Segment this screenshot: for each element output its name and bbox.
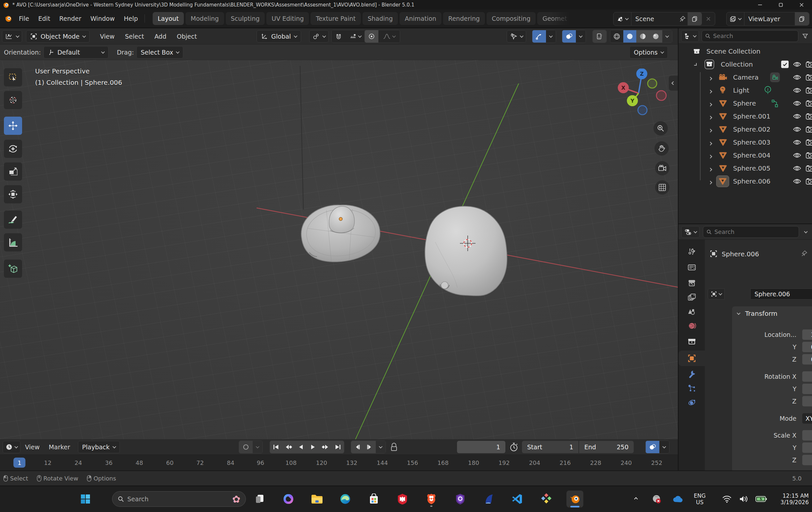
chevron-down-icon[interactable] xyxy=(694,63,697,66)
overlays-dropdown[interactable] xyxy=(576,30,586,42)
tab-modifiers[interactable] xyxy=(678,366,705,382)
collection-checkbox[interactable] xyxy=(781,61,789,68)
rotation-y-field[interactable]: 0° xyxy=(802,384,812,394)
tab-geometry-nodes[interactable]: Geomet xyxy=(537,12,572,25)
tab-rendering[interactable]: Rendering xyxy=(443,12,485,25)
eye-icon[interactable] xyxy=(793,165,801,171)
render-visibility-icon[interactable] xyxy=(806,139,812,146)
blender-taskbar-button[interactable] xyxy=(567,490,583,508)
outliner-item-label[interactable]: Sphere.003 xyxy=(733,138,771,146)
render-visibility-icon[interactable] xyxy=(806,100,812,107)
eye-icon[interactable] xyxy=(793,178,801,184)
zoom-button[interactable] xyxy=(654,121,668,136)
gizmo-neg-y-axis[interactable] xyxy=(648,79,657,88)
use-preview-range-button[interactable] xyxy=(509,442,518,452)
outliner-row-camera[interactable]: Camera xyxy=(678,71,812,84)
outliner-row-light[interactable]: Light xyxy=(678,84,812,97)
pin-icon[interactable] xyxy=(801,250,808,257)
gizmos-dropdown[interactable] xyxy=(546,30,556,42)
shading-rendered-button[interactable] xyxy=(649,30,662,42)
tab-texture-paint[interactable]: Texture Paint xyxy=(311,12,361,25)
tab-uv-editing[interactable]: UV Editing xyxy=(266,12,309,25)
shark-app-button[interactable] xyxy=(481,490,497,508)
outliner-row-sphere-001[interactable]: Sphere.001 xyxy=(678,110,812,123)
tool-transform[interactable] xyxy=(4,185,22,203)
outliner-item-label[interactable]: Sphere.001 xyxy=(733,112,771,120)
outliner-item-label[interactable]: Scene Collection xyxy=(706,48,760,55)
eye-icon[interactable] xyxy=(793,152,801,158)
taskbar-search[interactable]: ✿ xyxy=(112,491,246,507)
tab-layout[interactable]: Layout xyxy=(153,12,184,25)
menu-file[interactable]: File xyxy=(14,12,34,25)
tab-animation[interactable]: Animation xyxy=(400,12,441,25)
battery-button[interactable] xyxy=(754,490,768,508)
menu-object[interactable]: Object xyxy=(172,30,201,43)
editor-type-button[interactable] xyxy=(2,30,22,42)
gizmo-neg-z-axis[interactable] xyxy=(638,106,647,115)
outliner-row-sphere-005[interactable]: Sphere.005 xyxy=(678,162,812,175)
vscode-button[interactable] xyxy=(509,490,526,508)
gizmo-neg-x-axis[interactable] xyxy=(657,91,666,101)
timeline-menu-view[interactable]: View xyxy=(21,440,44,454)
tool-measure[interactable] xyxy=(4,233,22,252)
eye-icon[interactable] xyxy=(793,61,801,67)
shading-wireframe-button[interactable] xyxy=(610,30,623,42)
chevron-right-icon[interactable] xyxy=(708,154,712,158)
timeline-menu-marker[interactable]: Marker xyxy=(44,440,75,454)
frame-back-button[interactable] xyxy=(351,441,364,453)
frame-forward-button[interactable] xyxy=(364,441,376,453)
properties-editor-type[interactable] xyxy=(681,226,700,238)
chevron-right-icon[interactable] xyxy=(708,142,712,145)
play-button[interactable] xyxy=(307,441,319,453)
render-visibility-icon[interactable] xyxy=(806,113,812,119)
rotation-x-field[interactable]: 0° xyxy=(802,371,812,382)
shading-dropdown[interactable] xyxy=(662,30,672,42)
outliner-item-label[interactable]: Sphere.002 xyxy=(733,125,771,133)
drag-dropdown[interactable]: Select Box xyxy=(137,46,183,58)
outliner-item-label[interactable]: Sphere.004 xyxy=(733,151,771,159)
timeline-editor-type[interactable] xyxy=(3,441,21,453)
eye-icon[interactable] xyxy=(793,113,801,119)
brave-button[interactable] xyxy=(423,490,440,508)
viewlayer-name[interactable]: ViewLayer xyxy=(745,15,795,22)
tool-rotate[interactable] xyxy=(4,140,22,158)
autokey-dropdown[interactable] xyxy=(253,441,262,453)
play-reverse-button[interactable] xyxy=(295,441,307,453)
outliner-row-collection[interactable]: Collection xyxy=(678,58,812,71)
shading-solid-button[interactable] xyxy=(623,30,636,42)
timeline-overlays-toggle[interactable] xyxy=(646,441,659,453)
menu-window[interactable]: Window xyxy=(86,12,119,25)
gizmos-toggle[interactable] xyxy=(532,30,546,42)
outliner-item-label[interactable]: Sphere.006 xyxy=(733,177,771,185)
jump-to-start-button[interactable] xyxy=(270,441,282,453)
object-id-dropdown[interactable] xyxy=(708,288,725,300)
outliner-item-label[interactable]: Light xyxy=(733,86,749,94)
tab-sculpting[interactable]: Sculpting xyxy=(226,12,265,25)
overlays-toggle[interactable] xyxy=(562,30,576,42)
properties-search[interactable] xyxy=(703,226,799,238)
outliner-filter-button[interactable] xyxy=(801,33,809,39)
next-keyframe-button[interactable] xyxy=(319,441,331,453)
tab-world[interactable] xyxy=(678,318,705,334)
pan-button[interactable] xyxy=(655,141,669,155)
sidebar-collapse-handle[interactable] xyxy=(669,76,678,91)
tab-collection-props[interactable] xyxy=(678,334,705,349)
tab-tool[interactable] xyxy=(678,244,705,260)
maximize-button[interactable] xyxy=(771,0,791,9)
start-frame-field[interactable]: Start 1 xyxy=(522,441,578,453)
viewport-canvas[interactable]: User Perspective (1) Collection | Sphere… xyxy=(0,60,678,439)
outliner-row-sphere-002[interactable]: Sphere.002 xyxy=(678,123,812,136)
eye-icon[interactable] xyxy=(793,75,801,80)
pivot-dropdown[interactable] xyxy=(309,30,329,42)
scale-z-field[interactable]: 0.448 xyxy=(802,455,812,465)
outliner-item-label[interactable]: Collection xyxy=(721,60,753,68)
render-visibility-icon[interactable] xyxy=(806,165,812,172)
render-visibility-icon[interactable] xyxy=(806,61,812,67)
snap-toggle[interactable] xyxy=(331,30,345,42)
tool-add-primitive[interactable] xyxy=(4,260,22,278)
tab-view-layer[interactable] xyxy=(678,289,705,305)
tab-modeling[interactable]: Modeling xyxy=(185,12,224,25)
ortho-toggle-button[interactable] xyxy=(655,180,669,195)
render-visibility-icon[interactable] xyxy=(806,178,812,184)
scene-copy-button[interactable] xyxy=(688,12,702,25)
